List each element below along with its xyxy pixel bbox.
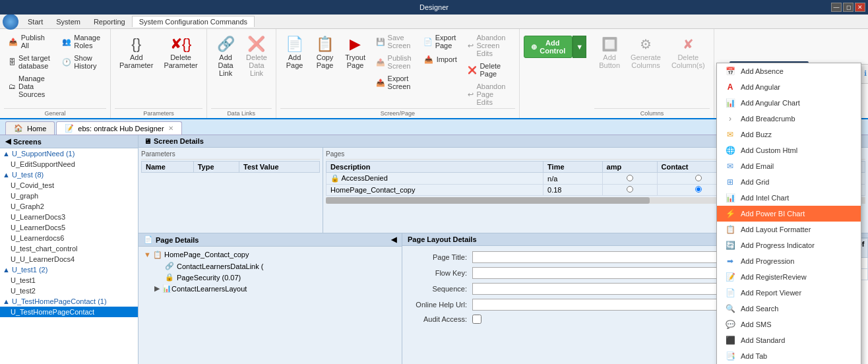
screen-utest2[interactable]: U_test2 — [0, 286, 138, 296]
online-help-input[interactable] — [472, 299, 744, 311]
menu-system[interactable]: System — [49, 16, 87, 27]
page-details-tree: ▼ 📋 HomePage_Contact_copy 🔗 ContactLearn… — [139, 247, 402, 297]
screen-learnerdocs5[interactable]: U_LearnerDocs5 — [0, 222, 138, 233]
tree-contact-data-link[interactable]: 🔗 ContactLearnersDataLink ( — [141, 260, 399, 272]
add-control-button[interactable]: ⊕ Add Control — [524, 36, 573, 58]
flow-key-input[interactable] — [472, 267, 744, 279]
tab-home[interactable]: 🏠 Home — [5, 121, 55, 135]
add-control-dropdown-button[interactable]: ▼ — [573, 36, 586, 58]
dropdown-add-standard[interactable]: ⬛ Add Standard — [717, 332, 861, 348]
dropdown-add-intel-chart[interactable]: 📊 Add Intel Chart — [717, 190, 861, 206]
audit-access-checkbox[interactable] — [472, 315, 481, 324]
dropdown-add-custom-html[interactable]: 🌐 Add Custom Html — [717, 142, 861, 158]
search-icon: 🔍 — [725, 303, 735, 314]
screen-graph2[interactable]: U_Graph2 — [0, 201, 138, 212]
info-icon: ℹ — [864, 69, 867, 78]
intel-chart-icon: 📊 — [725, 193, 735, 203]
dropdown-add-angular-chart[interactable]: 📊 Add Angular Chart — [717, 95, 861, 111]
menu-reporting[interactable]: Reporting — [87, 16, 132, 27]
screen-utest1[interactable]: U_test1 — [0, 275, 138, 286]
row1-col4-radio[interactable] — [695, 175, 702, 181]
group-support-need[interactable]: ▲ U_SupportNeed (1) — [0, 148, 138, 159]
monitor-icon: 🖥 — [144, 137, 151, 145]
dropdown-add-grid[interactable]: ⊞ Add Grid — [717, 174, 861, 190]
dropdown-add-absence[interactable]: 📅 Add Absence — [717, 63, 861, 79]
screen-learnerdocs6[interactable]: U_Learnerdocs6 — [0, 233, 138, 243]
import-button[interactable]: 📥 Import — [419, 52, 462, 67]
designer-icon: 📝 — [65, 124, 74, 133]
register-review-icon: 📝 — [725, 272, 735, 282]
menu-system-config[interactable]: System Configuration Commands — [132, 16, 255, 27]
dropdown-add-breadcrumb[interactable]: › Add Breadcrumb — [717, 111, 861, 127]
tree-layout[interactable]: ▶ 📊 ContactLearnersLayout — [141, 283, 399, 294]
dropdown-add-progress-indicator[interactable]: 🔄 Add Progress Indicator — [717, 237, 861, 253]
manage-data-sources-button[interactable]: 🗂 Manage Data Sources — [4, 73, 56, 100]
screen-graph[interactable]: U_graph — [0, 191, 138, 201]
generate-columns-button[interactable]: ⚙ GenerateColumns — [626, 32, 666, 73]
dropdown-add-power-bi-chart[interactable]: ⚡ Add Power BI Chart — [717, 206, 861, 222]
screens-list: ▲ U_SupportNeed (1) U_EditSupportNeed ▲ … — [0, 148, 138, 364]
page-details-collapse-icon[interactable]: ◀ — [391, 235, 396, 244]
dropdown-add-layout-formatter[interactable]: 📋 Add Layout Formatter — [717, 222, 861, 237]
dropdown-add-register-review[interactable]: 📝 Add RegisterReview — [717, 269, 861, 285]
delete-parameter-button[interactable]: ✘{} DeleteParameter — [159, 32, 202, 73]
screen-covid-test[interactable]: U_Covid_test — [0, 180, 138, 191]
delete-data-link-button[interactable]: ❌ DeleteData Link — [241, 32, 271, 80]
copy-page-button[interactable]: 📋 CopyPage — [311, 32, 340, 73]
screen-learnerdocs3[interactable]: U_LearnerDocs3 — [0, 212, 138, 222]
tab-close-icon[interactable]: ✕ — [168, 125, 173, 132]
group-home-contact[interactable]: ▲ U_TestHomePageContact (1) — [0, 296, 138, 307]
dropdown-add-email[interactable]: ✉ Add Email — [717, 158, 861, 174]
copy-page-icon: 📋 — [316, 35, 334, 53]
publish-screen-button[interactable]: 📤 Publish Screen — [371, 52, 418, 72]
add-parameter-button[interactable]: {} AddParameter — [115, 32, 158, 73]
delete-page-icon: ❌ — [468, 65, 477, 75]
sequence-input[interactable] — [472, 283, 744, 295]
screen-chart-control[interactable]: U_test_chart_control — [0, 243, 138, 254]
show-history-button[interactable]: 🕐 Show History — [57, 52, 106, 72]
dropdown-add-buzz[interactable]: ✉ Add Buzz — [717, 127, 861, 142]
save-screen-button[interactable]: 💾 Save Screen — [371, 32, 418, 51]
row1-col3-radio[interactable] — [627, 175, 633, 181]
abandon-page-edits-button[interactable]: ↩ Abandon Page Edits — [463, 80, 515, 108]
delete-page-button[interactable]: ❌ Delete Page — [463, 60, 515, 80]
add-page-button[interactable]: 📄 AddPage — [280, 32, 309, 73]
page-title-input[interactable] — [472, 251, 744, 263]
row2-col3-radio[interactable] — [627, 186, 633, 193]
params-section: Parameters Name Type Test Value — [139, 148, 323, 233]
collapse-arrow-icon[interactable]: ◀ — [5, 137, 11, 146]
dropdown-add-tab[interactable]: 📑 Add Tab — [717, 348, 861, 364]
minimize-button[interactable]: — — [831, 3, 842, 12]
tree-page-security[interactable]: 🔒 PageSecurity (0.07) — [141, 272, 399, 283]
screen-home-contact[interactable]: U_TestHomePageContact — [0, 307, 138, 317]
close-button[interactable]: ✕ — [855, 3, 865, 12]
row2-col4-radio[interactable] — [695, 186, 702, 193]
manage-roles-button[interactable]: 👥 Manage Roles — [57, 32, 106, 51]
progress-indicator-icon: 🔄 — [725, 240, 735, 251]
tab-hub-designer[interactable]: 📝 ebs: ontrack Hub Designer ✕ — [56, 121, 181, 135]
tree-root[interactable]: ▼ 📋 HomePage_Contact_copy — [141, 249, 399, 260]
add-data-link-button[interactable]: 🔗 Add DataLink — [211, 32, 241, 80]
set-target-db-button[interactable]: 🗄 Set target database — [4, 52, 56, 72]
screen-learnerdocs4[interactable]: U_U_LearnerDocs4 — [0, 254, 138, 264]
screen-edit-support-need[interactable]: U_EditSupportNeed — [0, 159, 138, 169]
abandon-screen-edits-button[interactable]: ↩ Abandon Screen Edits — [463, 32, 515, 59]
dropdown-add-search[interactable]: 🔍 Add Search — [717, 301, 861, 317]
tryout-page-button[interactable]: ▶ TryoutPage — [341, 32, 370, 73]
dropdown-add-report-viewer[interactable]: 📄 Add Report Viewer — [717, 285, 861, 301]
delete-columns-button[interactable]: ✘ DeleteColumn(s) — [667, 32, 710, 73]
database-icon: 🗄 — [9, 57, 16, 67]
parameters-group-title: Parameters — [115, 108, 202, 117]
dropdown-add-angular[interactable]: A Add Angular — [717, 79, 861, 95]
data-sources-icon: 🗂 — [9, 81, 16, 92]
export-screen-button[interactable]: 📤 Export Screen — [371, 73, 418, 92]
add-button-button[interactable]: 🔲 AddButton — [594, 32, 625, 73]
group-utest1[interactable]: ▲ U_test1 (2) — [0, 264, 138, 275]
dropdown-add-progression[interactable]: ➡ Add Progression — [717, 253, 861, 269]
group-utest[interactable]: ▲ U_test (8) — [0, 169, 138, 180]
menu-start[interactable]: Start — [21, 16, 49, 27]
export-page-button[interactable]: 📄 Export Page — [419, 32, 462, 51]
dropdown-add-sms[interactable]: 💬 Add SMS — [717, 317, 861, 332]
publish-all-button[interactable]: 📤 Publish All — [4, 32, 56, 51]
restore-button[interactable]: ◻ — [843, 3, 853, 12]
